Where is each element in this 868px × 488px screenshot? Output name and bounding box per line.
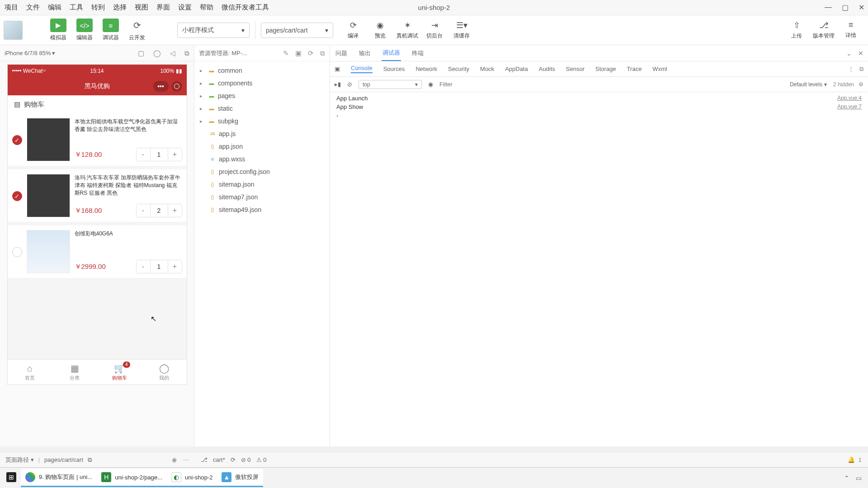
subtab-appdata[interactable]: AppData — [505, 66, 528, 72]
collapse-icon[interactable]: ⧉ — [320, 49, 325, 57]
page-path-label[interactable]: 页面路径 ▾ — [5, 456, 34, 464]
menu-wxdevtools[interactable]: 微信开发者工具 — [222, 3, 269, 12]
back-icon[interactable]: ◁ — [170, 49, 175, 57]
subtab-sensor[interactable]: Sensor — [566, 66, 585, 72]
folder-static[interactable]: ▸static — [198, 102, 326, 115]
error-count[interactable]: ⊘ 0 — [241, 456, 251, 463]
subtab-security[interactable]: Security — [448, 66, 469, 72]
compile-button[interactable]: ⟳编译 — [340, 20, 367, 40]
preview-button[interactable]: ◉预览 — [367, 20, 394, 40]
editor-button[interactable]: </>编辑器 — [71, 19, 98, 42]
clear-console-icon[interactable]: ⊘ — [347, 81, 352, 88]
item-checkbox[interactable] — [12, 247, 22, 257]
tab-terminal[interactable]: 终端 — [411, 45, 425, 61]
more-icon[interactable]: ⋯ — [183, 456, 189, 463]
subtab-network[interactable]: Network — [415, 66, 437, 72]
gear-icon[interactable]: ⚙ — [859, 81, 863, 88]
sync-icon[interactable]: ⟳ — [231, 456, 236, 463]
menu-file[interactable]: 文件 — [26, 3, 40, 12]
close-icon[interactable]: ✕ — [859, 3, 864, 12]
subtab-sources[interactable]: Sources — [383, 66, 405, 72]
tab-debugger[interactable]: 调试器 — [382, 45, 401, 61]
taskbar-chrome[interactable]: 9. 购物车页面 | uni... — [21, 469, 97, 487]
folder-subpkg[interactable]: ▸subpkg — [198, 115, 326, 127]
simulator-button[interactable]: ▶模拟器 — [45, 19, 71, 42]
taskbar-apowermirror[interactable]: ▲傲软投屏 — [217, 469, 263, 487]
mode-dropdown[interactable]: 小程序模式▾ — [177, 23, 250, 38]
bell-icon[interactable]: 🔔 — [848, 456, 855, 463]
cloud-button[interactable]: ⟳云开发 — [124, 19, 150, 42]
file-sitemap[interactable]: sitemap.json — [198, 178, 326, 191]
capsule-menu-icon[interactable]: ••• — [153, 81, 169, 92]
branch-name[interactable]: cart* — [213, 456, 225, 463]
tab-output[interactable]: 输出 — [358, 45, 372, 61]
tab-category[interactable]: ▦分类 — [52, 360, 97, 385]
new-folder-icon[interactable]: ▣ — [295, 49, 302, 57]
product-image[interactable] — [27, 118, 70, 161]
context-dropdown[interactable]: top▾ — [359, 80, 422, 89]
tray-action-center-icon[interactable]: ▭ — [856, 474, 862, 482]
branch-icon[interactable]: ⎇ — [201, 456, 208, 463]
console-prompt[interactable]: › — [336, 111, 862, 120]
chevron-down-icon[interactable]: ⌄ — [846, 50, 852, 57]
mute-icon[interactable]: ◯ — [153, 49, 161, 57]
inspect-icon[interactable]: ▣ — [335, 66, 340, 72]
taskbar-wechat-devtools[interactable]: ◐uni-shop-2 — [167, 469, 217, 487]
qty-plus-button[interactable]: + — [168, 260, 182, 273]
refresh-icon[interactable]: ⟳ — [308, 49, 314, 57]
menu-project[interactable]: 项目 — [5, 3, 18, 12]
file-app-js[interactable]: app.js — [198, 127, 326, 140]
detail-button[interactable]: ≡详情 — [837, 20, 864, 40]
copy-icon[interactable]: ⧉ — [88, 456, 92, 464]
real-device-button[interactable]: ✶真机调试 — [394, 20, 421, 40]
levels-dropdown[interactable]: Default levels▾ — [790, 81, 827, 88]
subtab-storage[interactable]: Storage — [595, 66, 616, 72]
version-button[interactable]: ⎇版本管理 — [810, 20, 837, 40]
maximize-icon[interactable]: ▢ — [842, 3, 849, 12]
menu-help[interactable]: 帮助 — [200, 3, 213, 12]
background-button[interactable]: ⇥切后台 — [421, 20, 448, 40]
page-path-dropdown[interactable]: pages/cart/cart▾ — [261, 23, 333, 38]
close-panel-icon[interactable]: ✕ — [858, 50, 863, 57]
file-app-wxss[interactable]: app.wxss — [198, 153, 326, 165]
subtab-mock[interactable]: Mock — [480, 66, 494, 72]
menu-goto[interactable]: 转到 — [91, 3, 105, 12]
debugger-button[interactable]: ≡调试器 — [98, 19, 124, 42]
tab-cart[interactable]: 🛒购物车4 — [97, 360, 142, 385]
dock-icon[interactable]: ⧉ — [859, 66, 863, 73]
subtab-wxml[interactable]: Wxml — [652, 66, 667, 72]
filter-input[interactable] — [439, 81, 783, 88]
new-file-icon[interactable]: ✎ — [283, 49, 289, 57]
tab-home[interactable]: ⌂首页 — [8, 360, 52, 385]
start-button[interactable]: ⊞ — [2, 469, 21, 487]
eye-icon[interactable]: ◉ — [428, 81, 433, 88]
file-project-config[interactable]: project.config.json — [198, 165, 326, 178]
capsule-close-icon[interactable] — [171, 81, 182, 92]
product-image[interactable] — [27, 174, 70, 217]
menu-ui[interactable]: 界面 — [156, 3, 170, 12]
devtools-menu-icon[interactable]: ⋮ — [848, 66, 854, 73]
product-image[interactable] — [27, 230, 70, 273]
clear-cache-button[interactable]: ☰▾清缓存 — [448, 20, 475, 40]
warning-count[interactable]: ⚠ 0 — [256, 456, 267, 463]
eye-icon[interactable]: ◉ — [172, 456, 177, 463]
folder-components[interactable]: ▸components — [198, 77, 326, 89]
menu-view[interactable]: 视图 — [135, 3, 148, 12]
qty-minus-button[interactable]: - — [137, 204, 150, 217]
item-checkbox[interactable]: ✓ — [12, 135, 22, 145]
folder-common[interactable]: ▸common — [198, 64, 326, 77]
toggle-sidebar-icon[interactable]: ▸▮ — [335, 81, 341, 88]
menu-tools[interactable]: 工具 — [70, 3, 83, 12]
subtab-trace[interactable]: Trace — [627, 66, 642, 72]
menu-edit[interactable]: 编辑 — [48, 3, 61, 12]
menu-settings[interactable]: 设置 — [178, 3, 192, 12]
log-source[interactable]: App.vue:7 — [837, 103, 862, 110]
console-output[interactable]: App LaunchApp.vue:4 App ShowApp.vue:7 › — [330, 92, 868, 446]
qty-plus-button[interactable]: + — [168, 148, 182, 161]
rotate-icon[interactable]: ▢ — [138, 49, 144, 57]
folder-pages[interactable]: ▸pages — [198, 89, 326, 102]
avatar[interactable] — [4, 21, 23, 40]
subtab-console[interactable]: Console — [351, 65, 373, 73]
tray-chevron-icon[interactable]: ⌃ — [844, 474, 849, 482]
qty-minus-button[interactable]: - — [137, 260, 150, 273]
